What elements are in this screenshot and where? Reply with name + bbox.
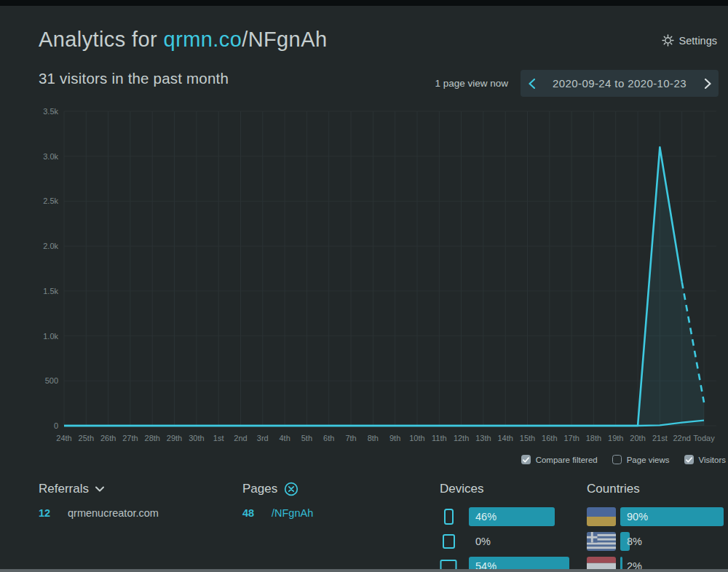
x-tick-label: Today — [693, 434, 715, 442]
list-item[interactable]: 48/NFgnAh — [242, 507, 313, 519]
x-tick-label: 12th — [454, 434, 469, 442]
series-area-fill — [64, 147, 704, 426]
percentage-label: 8% — [627, 532, 642, 551]
countries-title: Countries — [587, 482, 640, 496]
chevron-left-icon — [529, 79, 535, 89]
referrals-title: Referrals — [39, 482, 89, 496]
y-tick-label: 500 — [45, 376, 58, 385]
x-tick-label: 21st — [652, 434, 668, 442]
visitors-summary: 31 visitors in the past month — [39, 70, 229, 87]
y-tick-label: 0 — [54, 421, 58, 430]
referrals-collapse-button[interactable] — [95, 486, 104, 492]
x-tick-label: 20th — [630, 434, 645, 442]
stat-row: 90% — [587, 507, 728, 526]
x-tick-label: 25th — [79, 434, 94, 442]
percentage-label: 46% — [475, 507, 496, 526]
percentage-label: 0% — [475, 532, 491, 551]
x-tick-label: 3rd — [257, 434, 269, 442]
x-tick-label: 1st — [213, 434, 224, 442]
item-label: /NFgnAh — [272, 507, 313, 519]
analytics-dashboard: Analytics for qrmn.co/NFgnAh Settings 31… — [0, 0, 728, 572]
x-tick-label: 4th — [279, 434, 290, 442]
x-tick-label: 8th — [368, 434, 379, 442]
pages-title: Pages — [242, 482, 277, 496]
x-tick-label: 24th — [56, 434, 71, 442]
gear-icon — [662, 34, 674, 47]
date-range-picker[interactable]: 2020-09-24 to 2020-10-23 — [521, 70, 719, 97]
greece-flag-icon — [587, 532, 616, 551]
checkbox-label: Page views — [627, 456, 670, 464]
list-item[interactable]: 12qrmenucreator.com — [39, 507, 159, 519]
x-tick-label: 17th — [563, 434, 579, 442]
x-tick-label: 27th — [122, 434, 138, 442]
y-tick-label: 2.0k — [43, 242, 58, 250]
y-tick-label: 1.5k — [43, 287, 58, 295]
x-tick-label: 28th — [145, 434, 160, 442]
x-tick-label: 30th — [189, 434, 204, 442]
x-tick-label: 9th — [389, 434, 400, 442]
title-prefix: Analytics for — [39, 28, 164, 51]
page-views-checkbox[interactable]: Page views — [612, 455, 670, 464]
x-tick-label: 10th — [409, 434, 424, 442]
x-tick-label: 15th — [520, 434, 535, 442]
page-path: /NFgnAh — [242, 28, 327, 51]
unchecked-checkbox-icon[interactable] — [612, 455, 622, 464]
y-tick-label: 2.5k — [43, 196, 58, 205]
x-tick-label: 22nd — [673, 434, 690, 442]
live-pageviews-status: 1 page view now — [435, 78, 508, 89]
settings-button[interactable]: Settings — [662, 34, 717, 47]
x-tick-label: 7th — [345, 434, 356, 442]
x-tick-label: 29th — [167, 434, 182, 442]
page-title: Analytics for qrmn.co/NFgnAh — [39, 28, 327, 52]
y-tick-label: 3.0k — [43, 152, 58, 161]
y-tick-label: 3.5k — [43, 107, 58, 116]
x-tick-label: 26th — [100, 434, 116, 442]
prev-range-button[interactable] — [521, 70, 542, 97]
checkbox-label: Compare filtered — [536, 456, 598, 464]
x-tick-label: 19th — [608, 434, 623, 442]
tablet-icon — [440, 533, 457, 550]
x-tick-label: 6th — [323, 434, 334, 442]
chart-series-toggles: Compare filteredPage viewsVisitors — [521, 455, 726, 464]
pages-section: Pages 48/NFgnAh — [242, 482, 313, 519]
site-link[interactable]: qrmn.co — [164, 28, 242, 51]
x-tick-label: 13th — [475, 434, 491, 442]
percentage-label: 90% — [627, 507, 648, 526]
x-tick-label: 14th — [497, 434, 513, 442]
checked-checkbox-icon[interactable] — [521, 455, 531, 464]
checked-checkbox-icon[interactable] — [684, 455, 694, 464]
analytics-chart[interactable]: 05001.0k1.5k2.0k2.5k3.0k3.5k24th25th26th… — [0, 102, 728, 450]
top-edge-strip — [0, 0, 728, 6]
x-tick-label: 5th — [301, 434, 312, 442]
x-tick-label: 11th — [432, 434, 447, 442]
item-label: qrmenucreator.com — [68, 507, 159, 519]
countries-section: Countries 90%8%2% — [587, 482, 728, 572]
next-range-button[interactable] — [697, 70, 719, 97]
referrals-section: Referrals 12qrmenucreator.com — [39, 482, 159, 519]
devices-title: Devices — [440, 482, 483, 496]
clear-page-filter-button[interactable] — [284, 482, 298, 496]
date-range-label: 2020-09-24 to 2020-10-23 — [542, 77, 697, 90]
x-tick-label: 2nd — [234, 434, 247, 442]
settings-label: Settings — [679, 35, 717, 47]
close-circle-icon — [284, 482, 298, 496]
phone-icon — [440, 508, 457, 525]
chevron-down-icon — [95, 486, 104, 492]
x-tick-label: 18th — [586, 434, 601, 442]
item-count: 12 — [39, 507, 68, 519]
x-tick-label: 16th — [542, 434, 557, 442]
checkbox-label: Visitors — [699, 456, 727, 464]
chevron-right-icon — [705, 79, 711, 89]
ukraine-flag-icon — [587, 507, 616, 526]
compare-filtered-checkbox[interactable]: Compare filtered — [521, 455, 598, 464]
y-tick-label: 1.0k — [43, 332, 58, 341]
stat-row: 8% — [587, 532, 728, 551]
visitors-checkbox[interactable]: Visitors — [684, 455, 727, 464]
bottom-edge-strip — [0, 569, 728, 572]
item-count: 48 — [242, 507, 272, 519]
